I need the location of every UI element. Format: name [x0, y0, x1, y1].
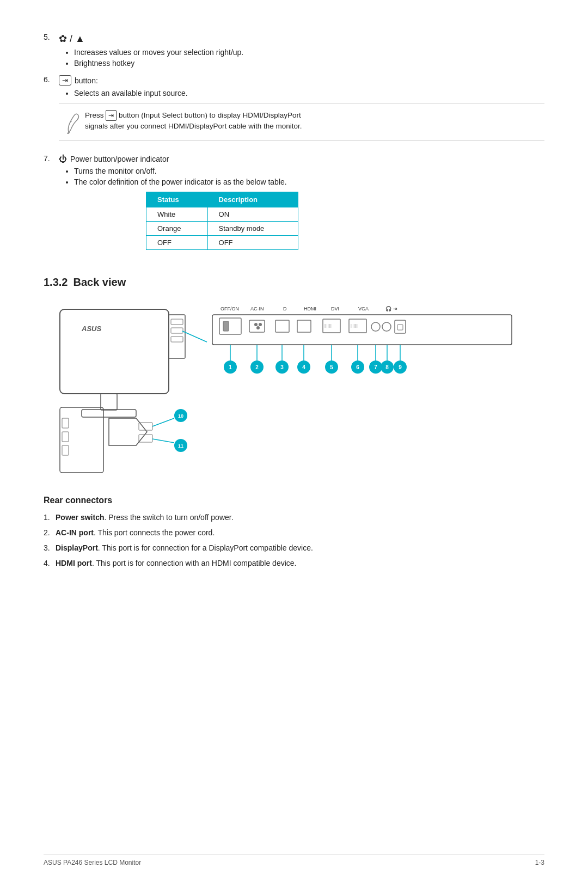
- connector-text-2: . This port connects the power cord.: [94, 528, 215, 537]
- svg-rect-66: [139, 435, 152, 442]
- svg-line-9: [182, 331, 207, 342]
- item-7-number: 7.: [44, 154, 59, 163]
- item-6-row: 6. ⇥ button: Selects an available input …: [44, 75, 544, 151]
- power-indicator-table: Status Description White ON Orange Stand…: [146, 192, 298, 250]
- section-132-title: Back view: [73, 276, 126, 289]
- svg-rect-24: [275, 320, 289, 332]
- connector-num-2: 2.: [44, 527, 56, 539]
- connector-text-4: . This port is for connection with an HD…: [92, 559, 297, 567]
- table-row-orange: Orange Standby mode: [146, 222, 298, 236]
- item-6-content: ⇥ button: Selects an available input sou…: [59, 75, 544, 151]
- desc-standby: Standby mode: [207, 222, 298, 236]
- footer-right: 1-3: [535, 859, 544, 866]
- status-off: OFF: [146, 236, 208, 250]
- svg-rect-64: [62, 445, 69, 455]
- svg-rect-7: [171, 328, 183, 333]
- svg-rect-33: [397, 325, 403, 330]
- svg-rect-18: [219, 318, 241, 334]
- connector-text-3: . This port is for connection for a Disp…: [98, 543, 313, 552]
- item-5-icon: ✿ / ▲: [59, 33, 544, 45]
- diagram-wrapper: ASUS OFF/ON AC-IN D HDMI DVI VGA 🎧 ⇥: [44, 298, 544, 484]
- svg-text:5: 5: [330, 364, 333, 370]
- note-box: Press ⇥ button (Input Select button) to …: [59, 103, 544, 141]
- svg-text:10: 10: [178, 413, 183, 419]
- svg-rect-63: [62, 432, 69, 442]
- item-7-label-row: ⏻ Power button/power indicator: [59, 154, 544, 163]
- table-row-white: White ON: [146, 207, 298, 222]
- svg-rect-6: [171, 319, 183, 325]
- svg-text:D: D: [283, 306, 287, 311]
- svg-text:|||||||: |||||||: [324, 323, 332, 328]
- bullet-color-def: The color definition of the power indica…: [74, 178, 544, 186]
- item-6-number: 6.: [44, 75, 59, 84]
- svg-rect-1: [60, 309, 169, 394]
- svg-rect-4: [82, 410, 136, 417]
- svg-text:|||||||: |||||||: [351, 323, 358, 328]
- item-7-content: ⏻ Power button/power indicator Turns the…: [59, 154, 544, 261]
- input-select-icon: ⇥: [59, 75, 71, 85]
- connector-text-1: . Press the switch to turn on/off power.: [104, 513, 233, 522]
- svg-point-23: [256, 326, 260, 329]
- item-5-bullets: Increases values or moves your selection…: [59, 48, 544, 68]
- item-5-content: ✿ / ▲ Increases values or moves your sel…: [59, 33, 544, 72]
- desc-off: OFF: [207, 236, 298, 250]
- bullet-turns-on-off: Turns the monitor on/off.: [74, 167, 544, 175]
- table-header-status: Status: [146, 192, 208, 207]
- item-7-bullets: Turns the monitor on/off. The color defi…: [59, 167, 544, 186]
- desc-on: ON: [207, 207, 298, 222]
- item-7-row: 7. ⏻ Power button/power indicator Turns …: [44, 154, 544, 261]
- rear-connectors-title: Rear connectors: [44, 496, 544, 505]
- svg-text:4: 4: [302, 364, 305, 370]
- svg-text:VGA: VGA: [358, 306, 369, 311]
- svg-rect-3: [101, 394, 117, 410]
- svg-text:1: 1: [229, 364, 232, 370]
- table-header-description: Description: [207, 192, 298, 207]
- svg-rect-25: [297, 320, 311, 332]
- connector-item-3: 3. DisplayPort. This port is for connect…: [44, 542, 544, 554]
- connector-bold-3: DisplayPort: [56, 543, 98, 552]
- svg-point-22: [259, 323, 262, 326]
- item-6-bullets: Selects an available input source.: [59, 89, 544, 97]
- svg-text:AC-IN: AC-IN: [250, 306, 264, 311]
- power-icon: ⏻: [59, 154, 67, 163]
- svg-text:6: 6: [356, 364, 359, 370]
- table-row-off: OFF OFF: [146, 236, 298, 250]
- note-pen-icon: [59, 110, 85, 134]
- svg-text:🎧 ⇥: 🎧 ⇥: [385, 305, 397, 312]
- back-view-svg: ASUS OFF/ON AC-IN D HDMI DVI VGA 🎧 ⇥: [44, 298, 544, 484]
- svg-text:ASUS: ASUS: [81, 325, 101, 333]
- svg-text:OFF/ON: OFF/ON: [220, 306, 239, 311]
- svg-text:8: 8: [385, 364, 389, 370]
- connector-bold-1: Power switch: [56, 513, 104, 522]
- footer: ASUS PA246 Series LCD Monitor 1-3: [44, 854, 544, 866]
- section-132-number: 1.3.2: [44, 276, 68, 289]
- item-6-label: button:: [75, 76, 98, 85]
- status-orange: Orange: [146, 222, 208, 236]
- connector-num-3: 3.: [44, 542, 56, 554]
- svg-point-30: [371, 322, 380, 331]
- connector-item-4: 4. HDMI port. This port is for connectio…: [44, 558, 544, 569]
- back-view-diagram: ASUS OFF/ON AC-IN D HDMI DVI VGA 🎧 ⇥: [44, 298, 544, 484]
- connector-bold-4: HDMI port: [56, 559, 92, 567]
- svg-rect-62: [62, 418, 69, 428]
- bullet-selects: Selects an available input source.: [74, 89, 544, 97]
- svg-text:11: 11: [178, 443, 183, 449]
- connector-item-2: 2. AC-IN port. This port connects the po…: [44, 527, 544, 539]
- item-6-label-row: ⇥ button:: [59, 75, 544, 85]
- bullet-brightness: Brightness hotkey: [74, 59, 544, 68]
- section-132-heading: 1.3.2 Back view: [44, 276, 544, 289]
- connector-num-4: 4.: [44, 558, 56, 569]
- svg-rect-8: [171, 337, 183, 342]
- footer-left: ASUS PA246 Series LCD Monitor: [44, 859, 141, 866]
- connector-num-1: 1.: [44, 512, 56, 523]
- svg-text:DVI: DVI: [331, 306, 339, 311]
- item-5-number: 5.: [44, 33, 59, 41]
- svg-line-70: [152, 439, 174, 443]
- item-7-label: Power button/power indicator: [70, 155, 169, 163]
- svg-text:7: 7: [374, 364, 377, 370]
- connector-item-1: 1. Power switch. Press the switch to tur…: [44, 512, 544, 523]
- svg-text:9: 9: [399, 364, 402, 370]
- connector-list: 1. Power switch. Press the switch to tur…: [44, 512, 544, 569]
- connector-bold-2: AC-IN port: [56, 528, 94, 537]
- status-white: White: [146, 207, 208, 222]
